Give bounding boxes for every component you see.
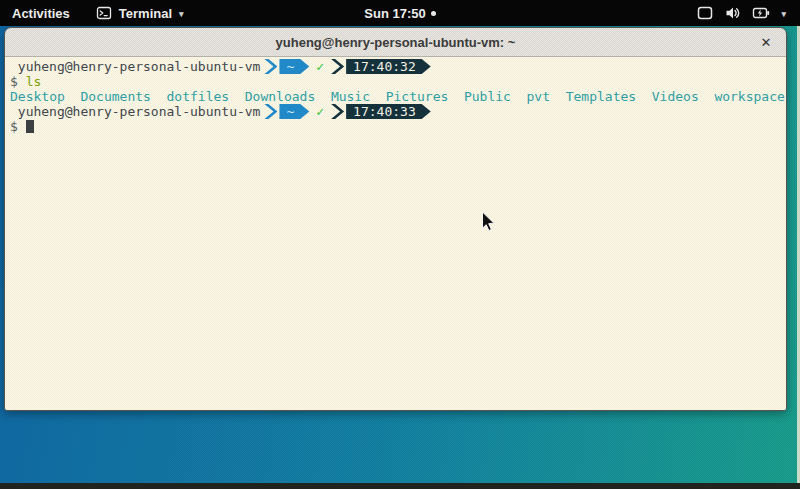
system-tray[interactable]: ▾ (696, 4, 800, 22)
prompt-time-segment: 17:40:32 (346, 59, 431, 74)
terminal-icon (96, 5, 112, 21)
app-menu-terminal[interactable]: Terminal ▾ (96, 5, 184, 21)
powerline-chevron-icon (331, 59, 344, 74)
directory-item: workspace (714, 89, 784, 104)
directory-item: Pictures (386, 89, 449, 104)
command-line: $ ls (10, 74, 782, 89)
prompt-time-segment: 17:40:33 (346, 104, 431, 119)
activities-button[interactable]: Activities (12, 6, 70, 21)
app-menu-label: Terminal (119, 6, 172, 21)
prompt-path-segment: ~ (279, 59, 309, 74)
battery-charging-icon (752, 4, 771, 22)
powerline-chevron-icon (264, 59, 277, 74)
directory-item: Public (464, 89, 511, 104)
terminal-cursor (26, 120, 34, 133)
check-icon: ✓ (316, 59, 324, 74)
directory-item: Videos (652, 89, 699, 104)
notification-dot-icon (431, 11, 436, 16)
chevron-down-icon: ▾ (179, 8, 184, 19)
prompt-symbol: $ (10, 74, 18, 89)
window-titlebar[interactable]: yuheng@henry-personal-ubuntu-vm: ~ ✕ (5, 28, 786, 57)
powerline-chevron-icon (264, 104, 277, 119)
screen-icon (696, 4, 714, 22)
volume-icon (724, 4, 742, 22)
directory-item: Templates (566, 89, 636, 104)
clock[interactable]: Sun 17:50 (364, 6, 425, 21)
prompt-line-1: yuheng@henry-personal-ubuntu-vm ~ ✓ 17:4… (10, 59, 782, 74)
terminal-content[interactable]: yuheng@henry-personal-ubuntu-vm ~ ✓ 17:4… (5, 57, 786, 410)
screen-bottom-edge (0, 483, 800, 489)
prompt-path-segment: ~ (279, 104, 309, 119)
chevron-down-icon: ▾ (781, 8, 786, 19)
directory-item: pvt (527, 89, 550, 104)
window-title: yuheng@henry-personal-ubuntu-vm: ~ (276, 35, 516, 50)
prompt-username: yuheng@henry-personal-ubuntu-vm (10, 104, 260, 119)
check-icon: ✓ (316, 104, 324, 119)
directory-item: Desktop (10, 89, 65, 104)
close-button[interactable]: ✕ (754, 28, 778, 57)
directory-item: Documents (80, 89, 150, 104)
directory-item: Music (331, 89, 370, 104)
prompt-line-2: yuheng@henry-personal-ubuntu-vm ~ ✓ 17:4… (10, 104, 782, 119)
input-line[interactable]: $ (10, 119, 782, 134)
powerline-chevron-icon (331, 104, 344, 119)
prompt-symbol: $ (10, 119, 18, 134)
directory-item: Downloads (245, 89, 315, 104)
directory-item: dotfiles (167, 89, 230, 104)
typed-command: ls (26, 74, 42, 89)
prompt-username: yuheng@henry-personal-ubuntu-vm (10, 59, 260, 74)
terminal-window: yuheng@henry-personal-ubuntu-vm: ~ ✕ yuh… (4, 27, 787, 411)
ls-output: DesktopDocumentsdotfilesDownloadsMusicPi… (10, 89, 782, 104)
top-bar: Activities Terminal ▾ Sun 17:50 (0, 0, 800, 26)
